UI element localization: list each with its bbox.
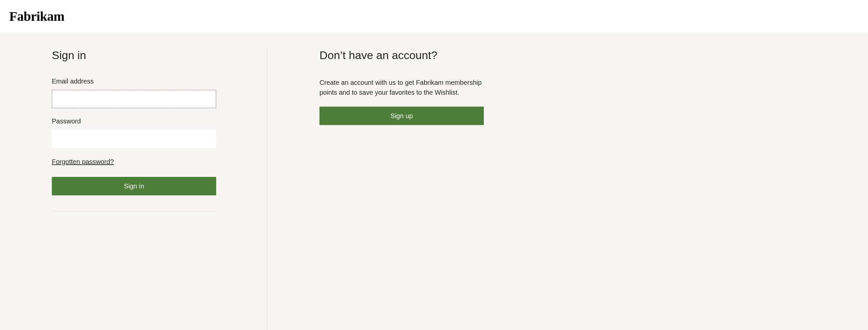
email-label: Email address [52,78,216,85]
signin-section: Sign in Email address Password Forgotten… [0,49,267,330]
signin-title: Sign in [52,49,216,62]
main-content: Sign in Email address Password Forgotten… [0,32,868,330]
password-group: Password [52,118,216,148]
email-group: Email address [52,78,216,108]
password-label: Password [52,118,216,125]
forgot-password-link[interactable]: Forgotten password? [52,158,114,166]
section-divider [52,211,216,212]
email-input[interactable] [52,90,216,108]
signin-button[interactable]: Sign in [52,177,216,196]
password-input[interactable] [52,130,216,148]
site-header: Fabrikam [0,0,868,32]
signup-description: Create an account with us to get Fabrika… [319,78,485,97]
signup-section: Don’t have an account? Create an account… [267,49,538,330]
signup-title: Don’t have an account? [319,49,487,62]
brand-logo[interactable]: Fabrikam [9,8,64,24]
signup-button[interactable]: Sign up [319,107,484,125]
